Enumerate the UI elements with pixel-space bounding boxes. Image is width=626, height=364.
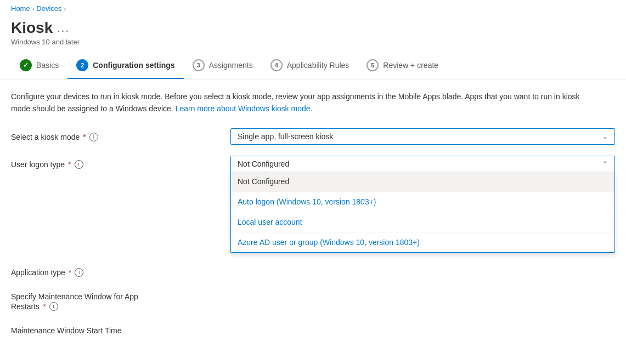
description-text: Configure your devices to run in kiosk m… bbox=[11, 90, 587, 115]
learn-more-link[interactable]: Learn more about Windows kiosk mode. bbox=[176, 104, 313, 113]
step-circle-assign: 3 bbox=[193, 59, 205, 71]
application-type-row: Application type * i bbox=[11, 264, 615, 277]
kiosk-mode-info-icon[interactable]: i bbox=[89, 133, 98, 141]
step-circle-applicability: 4 bbox=[270, 59, 283, 71]
user-logon-dropdown-list: Not Configured Auto logon (Windows 10, v… bbox=[230, 172, 615, 253]
kiosk-mode-required: * bbox=[83, 133, 86, 141]
kiosk-mode-control: Single app, full-screen kiosk ⌄ bbox=[230, 128, 615, 145]
breadcrumb-sep1: › bbox=[32, 5, 35, 12]
tab-applicability[interactable]: 4 Applicability Rules bbox=[262, 53, 358, 79]
page-header: Kiosk ... Windows 10 and later bbox=[0, 17, 626, 53]
application-type-info-icon[interactable]: i bbox=[75, 268, 83, 277]
kiosk-mode-chevron-icon: ⌄ bbox=[602, 133, 608, 140]
tab-basics[interactable]: Basics bbox=[11, 53, 67, 79]
kiosk-mode-row: Select a kiosk mode * i Single app, full… bbox=[11, 128, 615, 145]
tab-configuration[interactable]: 2 Configuration settings bbox=[67, 53, 183, 79]
more-options-icon[interactable]: ... bbox=[57, 22, 70, 35]
maintenance-window-info-icon[interactable]: i bbox=[49, 302, 58, 311]
tab-assignments-label: Assignments bbox=[209, 61, 253, 70]
maintenance-window-required: * bbox=[43, 302, 46, 311]
user-logon-dropdown[interactable]: Not Configured ⌃ bbox=[230, 156, 615, 172]
breadcrumb: Home › Devices › bbox=[0, 0, 626, 17]
tab-assignments[interactable]: 3 Assignments bbox=[184, 53, 262, 79]
page-subtitle: Windows 10 and later bbox=[11, 38, 615, 46]
tab-basics-label: Basics bbox=[36, 61, 59, 70]
dropdown-item-azure-ad[interactable]: Azure AD user or group (Windows 10, vers… bbox=[231, 232, 614, 252]
application-type-label: Application type * i bbox=[11, 264, 219, 277]
step-circle-review: 5 bbox=[366, 59, 379, 71]
step-circle-basics bbox=[20, 59, 32, 71]
kiosk-mode-label: Select a kiosk mode * i bbox=[11, 128, 219, 141]
wizard-tabs: Basics 2 Configuration settings 3 Assign… bbox=[0, 53, 626, 79]
dropdown-item-not-configured[interactable]: Not Configured bbox=[231, 172, 614, 192]
breadcrumb-devices[interactable]: Devices bbox=[36, 4, 61, 13]
breadcrumb-home[interactable]: Home bbox=[11, 4, 30, 13]
kiosk-mode-dropdown[interactable]: Single app, full-screen kiosk ⌄ bbox=[230, 128, 615, 145]
tab-review[interactable]: 5 Review + create bbox=[358, 53, 447, 79]
dropdown-item-local-user[interactable]: Local user account bbox=[231, 212, 614, 232]
tab-applicability-label: Applicability Rules bbox=[287, 61, 349, 70]
maintenance-window-label: Specify Maintenance Window for App Resta… bbox=[11, 288, 219, 311]
dropdown-item-auto-logon[interactable]: Auto logon (Windows 10, version 1803+) bbox=[231, 192, 614, 212]
user-logon-control: Not Configured ⌃ Not Configured Auto log… bbox=[230, 156, 615, 253]
user-logon-info-icon[interactable]: i bbox=[75, 160, 83, 169]
step-circle-config: 2 bbox=[76, 59, 88, 71]
user-logon-chevron-icon: ⌃ bbox=[602, 160, 608, 168]
tab-config-label: Configuration settings bbox=[93, 61, 174, 70]
page-title: Kiosk bbox=[11, 19, 53, 37]
breadcrumb-sep2: › bbox=[64, 5, 66, 12]
maintenance-window-row: Specify Maintenance Window for App Resta… bbox=[11, 288, 615, 311]
user-logon-row: User logon type * i Not Configured ⌃ Not… bbox=[11, 156, 615, 253]
tab-review-label: Review + create bbox=[383, 61, 438, 70]
application-type-required: * bbox=[69, 268, 71, 277]
maintenance-start-row: Maintenance Window Start Time bbox=[11, 322, 615, 335]
maintenance-start-label: Maintenance Window Start Time bbox=[11, 322, 219, 335]
main-content: Configure your devices to run in kiosk m… bbox=[0, 79, 626, 335]
user-logon-required: * bbox=[68, 160, 71, 169]
user-logon-label: User logon type * i bbox=[11, 156, 219, 169]
